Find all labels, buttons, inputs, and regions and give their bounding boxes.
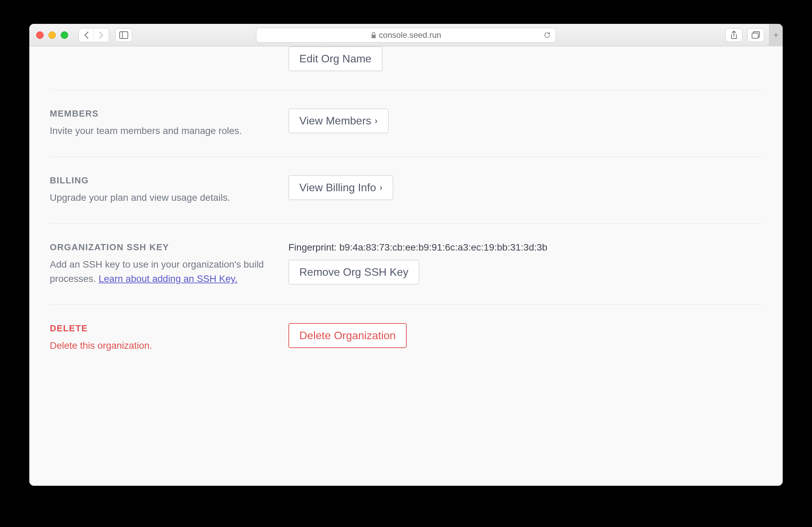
- address-bar[interactable]: console.seed.run: [256, 28, 556, 43]
- right-toolbar: +: [725, 24, 776, 46]
- traffic-lights: [36, 31, 68, 39]
- tabs-icon: [752, 31, 760, 39]
- svg-rect-2: [372, 35, 376, 38]
- svg-rect-0: [120, 32, 128, 39]
- edit-org-name-button[interactable]: Edit Org Name: [288, 46, 382, 71]
- ssh-action-col: Fingerprint: b9:4a:83:73:cb:ee:b9:91:6c:…: [288, 242, 762, 286]
- delete-org-button[interactable]: Delete Organization: [288, 323, 407, 348]
- view-billing-label: View Billing Info: [299, 181, 376, 194]
- view-billing-button[interactable]: View Billing Info ›: [288, 175, 393, 200]
- sidebar-toggle-button[interactable]: [115, 28, 132, 42]
- members-title: MEMBERS: [50, 108, 275, 119]
- settings-row-ssh-key: ORGANIZATION SSH KEY Add an SSH key to u…: [50, 224, 762, 305]
- url-text: console.seed.run: [379, 30, 441, 40]
- view-members-label: View Members: [299, 115, 371, 127]
- delete-action-col: Delete Organization: [288, 323, 762, 353]
- new-tab-button[interactable]: +: [769, 24, 783, 46]
- browser-toolbar: console.seed.run +: [29, 24, 783, 46]
- share-icon: [730, 31, 738, 40]
- billing-title: BILLING: [50, 175, 275, 186]
- ssh-fingerprint-label: Fingerprint:: [288, 242, 339, 253]
- sidebar-icon: [119, 31, 128, 39]
- ssh-label-col: ORGANIZATION SSH KEY Add an SSH key to u…: [50, 242, 275, 286]
- chevron-left-icon: [84, 31, 89, 39]
- members-action-col: View Members ›: [288, 108, 762, 138]
- ssh-desc: Add an SSH key to use in your organizati…: [50, 258, 275, 286]
- delete-label-col: DELETE Delete this organization.: [50, 323, 275, 353]
- edit-org-name-label: Edit Org Name: [299, 53, 372, 65]
- plus-icon: +: [773, 30, 779, 41]
- members-label-col: MEMBERS Invite your team members and man…: [50, 108, 275, 138]
- reload-icon: [543, 31, 551, 39]
- delete-org-label: Delete Organization: [299, 329, 396, 342]
- settings-row-members: MEMBERS Invite your team members and man…: [50, 90, 762, 157]
- minimize-window-button[interactable]: [48, 31, 56, 39]
- delete-desc: Delete this organization.: [50, 338, 275, 353]
- view-members-button[interactable]: View Members ›: [288, 108, 389, 133]
- share-button[interactable]: [725, 28, 742, 42]
- members-desc: Invite your team members and manage role…: [50, 124, 275, 138]
- tabs-button[interactable]: [747, 28, 764, 42]
- org-name-action-col: Edit Org Name: [288, 46, 762, 71]
- billing-desc: Upgrade your plan and view usage details…: [50, 191, 275, 205]
- close-window-button[interactable]: [36, 31, 44, 39]
- browser-window: console.seed.run +: [29, 24, 783, 486]
- settings-row-delete: DELETE Delete this organization. Delete …: [50, 305, 762, 371]
- settings-row-org-name: Edit Org Name: [50, 46, 762, 90]
- page-content: Edit Org Name MEMBERS Invite your team m…: [29, 46, 783, 486]
- chevron-right-icon: ›: [379, 182, 382, 193]
- maximize-window-button[interactable]: [61, 31, 68, 39]
- nav-buttons: [78, 28, 109, 42]
- delete-title: DELETE: [50, 323, 275, 334]
- settings-row-billing: BILLING Upgrade your plan and view usage…: [50, 157, 762, 224]
- ssh-learn-link[interactable]: Learn about adding an SSH Key.: [99, 273, 237, 284]
- svg-rect-3: [752, 33, 758, 38]
- reload-button[interactable]: [543, 31, 551, 39]
- ssh-title: ORGANIZATION SSH KEY: [50, 242, 275, 253]
- forward-button[interactable]: [94, 28, 109, 42]
- billing-label-col: BILLING Upgrade your plan and view usage…: [50, 175, 275, 205]
- ssh-fingerprint: Fingerprint: b9:4a:83:73:cb:ee:b9:91:6c:…: [288, 242, 762, 253]
- lock-icon: [371, 32, 376, 39]
- back-button[interactable]: [79, 28, 94, 42]
- remove-ssh-key-button[interactable]: Remove Org SSH Key: [288, 260, 419, 284]
- chevron-right-icon: [99, 31, 104, 39]
- org-name-label-col: [50, 46, 275, 71]
- ssh-fingerprint-value: b9:4a:83:73:cb:ee:b9:91:6c:a3:ec:19:bb:3…: [339, 242, 547, 253]
- billing-action-col: View Billing Info ›: [288, 175, 762, 205]
- remove-ssh-key-label: Remove Org SSH Key: [299, 266, 408, 278]
- chevron-right-icon: ›: [375, 116, 378, 126]
